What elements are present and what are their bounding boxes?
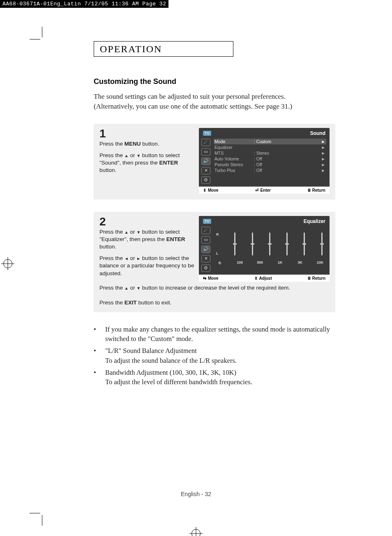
bullet-dot-icon: • xyxy=(94,325,98,343)
bullet-3: • Bandwidth Adjustment (100, 300, 1K, 3K… xyxy=(94,368,340,387)
exit-label: EXIT xyxy=(125,299,137,306)
t: Press the xyxy=(99,141,125,147)
equalizer-sliders-area: R L ⎋ 100 3 xyxy=(213,226,330,265)
t: Press the xyxy=(99,285,125,291)
registration-target-left-icon xyxy=(3,259,12,268)
t: or xyxy=(129,152,137,158)
bullet-3-title: Bandwidth Adjustment (100, 300, 1K, 3K, … xyxy=(105,368,340,377)
return-glyph-icon: Ⅲ xyxy=(308,188,311,193)
right-arrow-icon: ► xyxy=(321,151,325,155)
intro-line-1: The sound settings can be adjusted to su… xyxy=(94,93,286,100)
down-arrow-icon: ▼ xyxy=(136,286,141,290)
osd-tv-badge: TV xyxy=(203,219,211,224)
right-arrow-icon: ► xyxy=(136,256,141,261)
t: button. xyxy=(99,244,116,250)
step-1-block: 1 Press the MENU button. Press the ▲ or … xyxy=(94,124,335,200)
freq-100: 100 xyxy=(235,260,244,265)
osd-title-equalizer: Equalizer xyxy=(304,218,325,224)
slider-1k xyxy=(285,232,289,255)
t: button to exit. xyxy=(137,299,172,306)
step-1-text: 1 Press the MENU button. Press the ▲ or … xyxy=(99,128,195,194)
footer-move: Move xyxy=(208,276,219,281)
setup-icon: ⚙ xyxy=(201,176,210,184)
page-number-footer: English - 32 xyxy=(0,491,392,497)
osd-title-sound: Sound xyxy=(310,130,325,136)
v: : Custom xyxy=(254,139,321,144)
channel-icon: ✕ xyxy=(201,255,210,262)
channel-icon: ✕ xyxy=(201,167,210,174)
enter-glyph-icon: ⏎ xyxy=(255,188,258,193)
setup-icon: ⚙ xyxy=(201,265,210,272)
osd-footer: ⇕Move ⏎Enter ⅢReturn xyxy=(199,186,330,194)
menu-row-autovol: Auto Volume: Off► xyxy=(214,156,326,162)
l: Pseudo Stereo xyxy=(214,162,254,167)
t: Press the xyxy=(99,229,125,235)
right-arrow-icon: ► xyxy=(321,139,325,144)
slider-300 xyxy=(267,232,272,255)
osd-footer: ⇆Move ⇕Adjust ⅢReturn xyxy=(199,274,330,282)
section-title: Customizing the Sound xyxy=(94,77,392,86)
bullet-2-text: To adjust the sound balance of the L/R s… xyxy=(105,356,340,365)
t: or xyxy=(129,255,137,261)
t: Press the xyxy=(99,255,125,261)
v: : Off xyxy=(254,156,321,161)
slider-10k xyxy=(320,232,324,255)
bullet-dot-icon: • xyxy=(94,368,98,387)
step-1-number: 1 xyxy=(99,128,195,139)
bullet-3-text: To adjust the level of different bandwid… xyxy=(105,377,340,387)
right-arrow-icon: ► xyxy=(321,162,325,167)
slider-balance xyxy=(233,232,237,255)
balance-labels: R L xyxy=(216,232,219,255)
l: Mode xyxy=(214,139,254,144)
up-arrow-icon: ▲ xyxy=(125,286,129,290)
freq-10k: 10K xyxy=(316,260,325,265)
sound-icon: 🔊 xyxy=(201,158,210,165)
enter-label: ENTER xyxy=(166,236,185,242)
chapter-heading: OPERATION xyxy=(100,44,162,55)
footer-enter: Enter xyxy=(260,188,271,193)
menu-row-turbo: Turbo Plus: Off► xyxy=(214,167,326,173)
t: or xyxy=(129,285,137,291)
slider-3k xyxy=(302,232,307,255)
balance-icon: ⎋ xyxy=(215,260,224,265)
t: or xyxy=(129,229,137,235)
step-2-text: 2 Press the ▲ or ▼ button to select "Equ… xyxy=(99,216,195,282)
move-glyph-icon: ⇕ xyxy=(203,188,206,193)
left-arrow-icon: ◄ xyxy=(125,256,129,261)
balance-l: L xyxy=(216,251,219,255)
slider-100 xyxy=(250,232,254,255)
v: : Off xyxy=(254,162,321,167)
enter-label: ENTER xyxy=(159,160,178,166)
registration-target-bottom-icon xyxy=(191,529,201,536)
osd-equalizer: TV Equalizer ☄ ▭ 🔊 ✕ ⚙ R xyxy=(199,216,330,282)
bullet-2: • "L/R" Sound Balance Adjustment To adju… xyxy=(94,346,340,365)
menu-row-mts: MTS: Stereo► xyxy=(214,150,326,156)
l: MTS xyxy=(214,151,254,155)
chapter-heading-box: OPERATION xyxy=(94,41,233,57)
l: Turbo Plus xyxy=(214,168,254,173)
bullet-dot-icon: • xyxy=(94,346,98,365)
intro-line-2: (Alternatively, you can use one of the a… xyxy=(94,102,292,110)
return-glyph-icon: Ⅲ xyxy=(308,276,311,281)
right-arrow-icon: ► xyxy=(321,156,325,161)
adjust-glyph-icon: ⇕ xyxy=(254,276,258,281)
t: button to increase or decrease the level… xyxy=(141,285,290,291)
freq-1k: 1K xyxy=(275,260,284,265)
equalizer-freq-labels: ⎋ 100 300 1K 3K 10K xyxy=(214,260,325,265)
picture-icon: ▭ xyxy=(201,148,210,155)
notes-list: • If you make any changes to the equaliz… xyxy=(94,325,340,387)
up-arrow-icon: ▲ xyxy=(125,153,129,158)
v: : Off xyxy=(254,168,321,173)
osd-icon-column: ☄ ▭ 🔊 ✕ ⚙ xyxy=(199,226,213,274)
intro-paragraph: The sound settings can be adjusted to su… xyxy=(94,92,324,111)
osd-icon-column: ☄ ▭ 🔊 ✕ ⚙ xyxy=(199,138,213,186)
step-2-number: 2 xyxy=(99,216,195,227)
l: Auto Volume xyxy=(214,156,254,161)
picture-icon: ▭ xyxy=(201,236,210,244)
freq-300: 300 xyxy=(256,260,265,265)
freq-3k: 3K xyxy=(295,260,304,265)
menu-row-mode: Mode: Custom► xyxy=(214,139,326,144)
page-content: OPERATION Customizing the Sound The soun… xyxy=(45,41,392,514)
footer-return: Return xyxy=(312,188,325,193)
t: Press the xyxy=(99,299,125,306)
